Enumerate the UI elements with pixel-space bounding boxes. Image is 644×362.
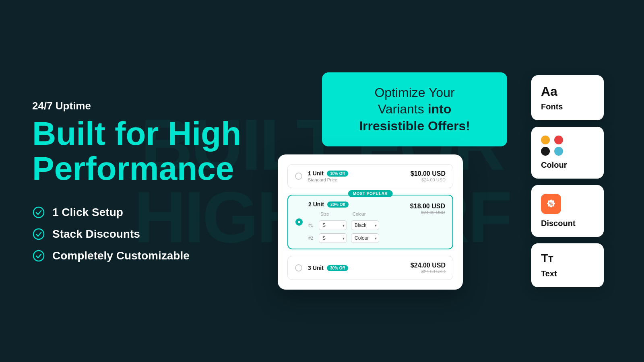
radio-btn-2[interactable]: [295, 218, 303, 226]
option-title-row-2: 2 Unit 20% Off: [308, 201, 405, 208]
right-section: Aa Fonts Colour % Discount: [531, 75, 612, 287]
option-title-row-1: 1 Unit 10% Off: [308, 170, 405, 177]
option-sublabel-1: Standard Price: [308, 177, 405, 182]
heading-line2: Performance: [32, 150, 234, 187]
optimize-line2-bold: into: [428, 102, 452, 116]
option-price-2: $18.00 USD: [410, 203, 445, 210]
fonts-card: Aa Fonts: [531, 75, 604, 120]
feature-item-2: Stack Discounts: [32, 228, 254, 241]
optimize-line3: Irresistible Offers!: [359, 119, 470, 133]
uptime-label: 24/7 Uptime: [32, 100, 254, 112]
off-badge-2: 20% Off: [327, 202, 349, 208]
colour-select-2[interactable]: Colour Black White: [351, 233, 379, 243]
heading-line1: Built for High: [32, 115, 241, 152]
text-label: Text: [541, 269, 594, 278]
option-price-3: $24.00 USD: [411, 262, 446, 269]
colour-dots: [541, 136, 565, 156]
option-price-area-3: $24.00 USD $24.00 USD: [411, 262, 446, 274]
discount-label: Discount: [541, 219, 594, 228]
option-label-2: 2 Unit 20% Off Size Colour #1: [308, 201, 405, 243]
discount-card: % Discount: [531, 185, 604, 237]
svg-point-1: [33, 229, 44, 239]
text-icon: TT: [541, 252, 594, 264]
option-label-3: 3 Unit 30% Off: [308, 265, 405, 271]
feature-text-3: Completely Customizable: [52, 249, 190, 262]
variant-header-colour: Colour: [353, 212, 381, 216]
fonts-label: Fonts: [541, 102, 594, 111]
colour-select-1[interactable]: Black White Red: [351, 220, 379, 230]
option-original-price-1: $24.00 USD: [411, 177, 446, 182]
optimize-line2-normal: Variants: [378, 102, 428, 116]
colour-select-wrapper-1[interactable]: Black White Red: [351, 220, 379, 230]
option-row-3[interactable]: 3 Unit 30% Off $24.00 USD $24.00 USD: [287, 256, 453, 280]
feature-text-1: 1 Click Setup: [52, 206, 123, 219]
product-widget: 1 Unit 10% Off Standard Price $10.00 USD…: [278, 154, 463, 290]
colour-dot-4: [554, 147, 563, 156]
option-title-1: 1 Unit: [308, 170, 324, 177]
size-select-wrapper-1[interactable]: S M L: [319, 220, 347, 230]
middle-section: Optimize Your Variants into Irresistible…: [254, 72, 531, 290]
check-icon-3: [32, 249, 45, 262]
feature-text-2: Stack Discounts: [52, 228, 140, 241]
variant-num-2: #2: [308, 236, 315, 241]
discount-svg: %: [545, 198, 557, 210]
svg-point-2: [33, 251, 44, 261]
option-label-1: 1 Unit 10% Off Standard Price: [308, 170, 405, 182]
size-select-2[interactable]: S M L: [319, 233, 347, 243]
svg-point-0: [33, 207, 44, 218]
left-section: 24/7 Uptime Built for High Performance 1…: [32, 100, 254, 262]
option-title-2: 2 Unit: [308, 201, 324, 208]
variant-num-1: #1: [308, 223, 315, 228]
variant-selectors: Size Colour #1 S M L: [308, 212, 405, 243]
feature-item-1: 1 Click Setup: [32, 206, 254, 219]
colour-card: Colour: [531, 127, 604, 179]
colour-dot-1: [541, 136, 550, 144]
radio-btn-1[interactable]: [295, 173, 302, 180]
option-original-price-3: $24.00 USD: [411, 269, 446, 274]
optimize-card: Optimize Your Variants into Irresistible…: [322, 72, 507, 147]
fonts-icon: Aa: [541, 84, 594, 99]
option-price-area-1: $10.00 USD $24.00 USD: [411, 170, 446, 182]
check-icon-1: [32, 206, 45, 219]
option-price-1: $10.00 USD: [411, 170, 446, 177]
main-heading: Built for High Performance: [32, 116, 254, 185]
colour-label: Colour: [541, 160, 594, 170]
option-row-1[interactable]: 1 Unit 10% Off Standard Price $10.00 USD…: [287, 164, 453, 188]
size-select-wrapper-2[interactable]: S M L: [319, 233, 347, 243]
most-popular-badge: MOST POPULAR: [348, 190, 393, 197]
feature-list: 1 Click Setup Stack Discounts: [32, 206, 254, 262]
variant-row-2: #2 S M L Colour: [308, 233, 405, 243]
optimize-card-text: Optimize Your Variants into Irresistible…: [342, 84, 487, 135]
variant-row-1: #1 S M L Black: [308, 220, 405, 230]
check-icon-2: [32, 228, 45, 241]
option-title-row-3: 3 Unit 30% Off: [308, 265, 405, 271]
size-select-1[interactable]: S M L: [319, 220, 347, 230]
variant-header: Size Colour: [308, 212, 405, 216]
colour-dot-2: [554, 136, 563, 144]
option-title-3: 3 Unit: [308, 265, 324, 271]
option-original-price-2: $24.00 USD: [410, 210, 445, 215]
colour-dot-3: [541, 147, 550, 156]
option-row-2[interactable]: MOST POPULAR 2 Unit 20% Off Size Colour: [287, 195, 453, 249]
radio-btn-3[interactable]: [295, 264, 302, 272]
off-badge-3: 30% Off: [327, 265, 348, 271]
optimize-line1: Optimize Your: [374, 85, 454, 100]
discount-icon: %: [541, 194, 561, 214]
variant-header-size: Size: [320, 212, 349, 216]
off-badge-1: 10% Off: [327, 171, 348, 177]
feature-item-3: Completely Customizable: [32, 249, 254, 262]
svg-text:%: %: [549, 201, 553, 206]
option-price-area-2: $18.00 USD $24.00 USD: [410, 201, 445, 215]
colour-select-wrapper-2[interactable]: Colour Black White: [351, 233, 379, 243]
text-card: TT Text: [531, 243, 604, 287]
